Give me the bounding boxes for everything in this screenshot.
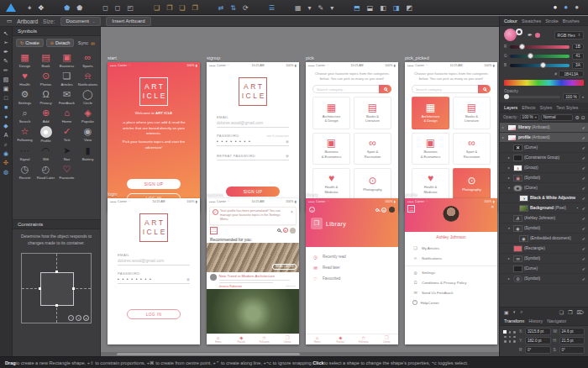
toolbar-icon[interactable]: ⇅: [227, 4, 239, 12]
panel-tab[interactable]: Navigator: [547, 318, 566, 323]
symbol-item[interactable]: ☆ Following: [14, 124, 35, 143]
symbol-item[interactable]: ▮ Battery: [77, 144, 98, 161]
close-icon[interactable]: ×: [491, 204, 494, 209]
colour-ring-swatch[interactable]: [516, 29, 522, 35]
anchor-option-icon[interactable]: ◕: [83, 315, 89, 321]
eyedropper-icon[interactable]: ✒: [528, 32, 533, 39]
toolbar-icon[interactable]: ⬒: [350, 4, 364, 12]
email-field[interactable]: EMAIL dolores.wood@gmail.com: [217, 109, 289, 128]
artboard-title[interactable]: profile: [405, 192, 497, 197]
panel-icon[interactable]: ⌕: [520, 309, 522, 315]
layer-row[interactable]: ◑ Black & White Adjustment ✓: [500, 193, 588, 203]
category-card[interactable]: ▤ Books &Literature: [453, 97, 491, 129]
slider-knob[interactable]: [528, 53, 533, 59]
layer-row[interactable]: A (Ashley Johnson) ✓: [500, 213, 588, 223]
view-mode-icon[interactable]: ●: [560, 0, 571, 15]
category-card[interactable]: ▦ Architecture& Design: [412, 97, 449, 129]
profile-avatar[interactable]: [444, 206, 459, 222]
expand-icon[interactable]: ▸: [502, 135, 506, 139]
toolbar-icon[interactable]: ◻: [99, 4, 112, 12]
symbol-item[interactable]: ♥ Health: [14, 69, 35, 87]
artboard-title[interactable]: pick: [306, 55, 398, 60]
category-card[interactable]: ▦ Architecture& Design: [312, 97, 350, 129]
symbol-item[interactable]: ➤ Nav: [56, 144, 77, 161]
article-summary[interactable]: New Trend in Modern Architecture Jessica…: [207, 272, 299, 289]
tool-icon[interactable]: ✏: [3, 66, 8, 75]
expand-icon[interactable]: ▸: [508, 176, 512, 180]
expand-icon[interactable]: ▾: [508, 186, 512, 190]
channel-value[interactable]: 1B: [572, 44, 584, 50]
y-field[interactable]: Y:182.0 pt: [519, 337, 551, 344]
sync-toggle-icon[interactable]: ∞: [91, 40, 95, 46]
artboard-library[interactable]: ●●●●●Carrier◠ 100%▮ ‹ + ❒ Library: [306, 198, 398, 344]
symbol-item[interactable]: ⊙ Photos: [35, 69, 56, 87]
back-icon[interactable]: ‹: [309, 207, 315, 213]
tab-item[interactable]: ☆ Following: [253, 334, 276, 344]
search-input[interactable]: Search category...: [312, 85, 379, 93]
symbol-item[interactable]: Ω Privacy: [35, 87, 56, 105]
toolbar-icon[interactable]: ⬓: [364, 4, 377, 12]
detach-symbol-button[interactable]: ⊘Detach: [46, 39, 75, 47]
eye-icon[interactable]: ◉: [186, 277, 190, 281]
layer-row[interactable]: ▸ (Constraints Group) ✓: [500, 153, 588, 163]
visibility-checkbox[interactable]: ✓: [582, 135, 585, 140]
visibility-checkbox[interactable]: ✓: [582, 276, 585, 281]
search-button[interactable]: [478, 85, 491, 93]
menu-item[interactable]: ? HelpCenter: [405, 297, 497, 308]
colour-slider[interactable]: G 41: [500, 51, 588, 60]
symbol-item[interactable]: ▤ Book: [35, 50, 56, 68]
symbol-item[interactable]: ◈ Popular: [77, 106, 98, 124]
article-logo-small[interactable]: ARTICLE: [210, 227, 218, 234]
add-icon[interactable]: +: [283, 228, 288, 233]
hex-value-input[interactable]: 1B413A: [559, 71, 584, 77]
visibility-checkbox[interactable]: ✓: [582, 176, 585, 181]
channel-value[interactable]: 3A: [572, 62, 584, 69]
list-item[interactable]: ✉ Read later: [312, 262, 391, 273]
scrollbar-thumb[interactable]: [117, 353, 300, 355]
visibility-checkbox[interactable]: ✓: [582, 236, 585, 241]
layer-row[interactable]: ◉ (Embedded document) ✓: [500, 234, 588, 244]
panel-tab[interactable]: Transform: [504, 318, 524, 323]
tab-item[interactable]: ◈ Popular: [329, 334, 353, 344]
shear-field[interactable]: S:0°: [554, 346, 585, 354]
panel-tab[interactable]: Colour: [504, 18, 517, 24]
size-select[interactable]: Document⌄: [60, 17, 102, 26]
list-item[interactable]: ♡ Favourited: [312, 273, 391, 284]
panel-tab[interactable]: Swatches: [522, 18, 541, 24]
panel-icon[interactable]: ❐: [568, 309, 572, 315]
toolbar-icon[interactable]: ❐: [188, 4, 201, 12]
expand-icon[interactable]: ▸: [502, 125, 506, 129]
layer-row[interactable]: ▸ ▣ (Symbol) ✓: [500, 173, 588, 183]
slider-knob[interactable]: [540, 62, 546, 68]
slider-knob[interactable]: [519, 44, 525, 50]
symbol-item[interactable]: ∞ Sports: [77, 50, 98, 68]
artboard-success[interactable]: ●●●●●Carrier◠ 10:25 AM 100%▮ ✓ Your prof…: [207, 198, 299, 344]
layer-row[interactable]: ▸ profile (Artboard) ✓: [500, 133, 588, 143]
tool-icon[interactable]: ✎: [3, 57, 8, 66]
search-input[interactable]: Search category...: [412, 85, 478, 93]
toolbar-icon[interactable]: ▾: [327, 4, 337, 12]
eye-icon[interactable]: ◉: [286, 154, 289, 158]
toolbar-icon[interactable]: ✥: [35, 4, 48, 12]
visibility-checkbox[interactable]: ✓: [582, 166, 585, 171]
visibility-checkbox[interactable]: ✓: [582, 125, 585, 130]
toolbar-icon[interactable]: ▾: [305, 4, 315, 12]
log-in-button[interactable]: LOG IN: [127, 309, 181, 319]
panel-tab[interactable]: Styles: [540, 105, 553, 110]
opacity-knob[interactable]: [504, 94, 509, 99]
artboard-login[interactable]: ●●●●●Carrier◠ 10:25 AM 100%▮ ARTICLE EMA…: [108, 198, 200, 344]
visibility-checkbox[interactable]: ✓: [582, 155, 585, 160]
panel-tab[interactable]: Layers: [504, 105, 517, 110]
constraint-handle[interactable]: [55, 271, 58, 273]
visibility-checkbox[interactable]: ✓: [582, 226, 585, 231]
constraint-handle[interactable]: [39, 287, 41, 290]
expand-icon[interactable]: ▾: [508, 226, 512, 230]
eye-icon[interactable]: ◉: [286, 139, 289, 144]
panel-tab[interactable]: Text Styles: [556, 105, 578, 110]
hue-strip[interactable]: [504, 80, 584, 86]
toolbar-icon[interactable]: ✎: [315, 4, 328, 12]
w-field[interactable]: W:24.6 pt: [554, 328, 585, 335]
visibility-checkbox[interactable]: ✓: [582, 196, 585, 201]
tool-icon[interactable]: ▣: [3, 85, 9, 93]
tool-icon[interactable]: ●: [4, 113, 8, 121]
